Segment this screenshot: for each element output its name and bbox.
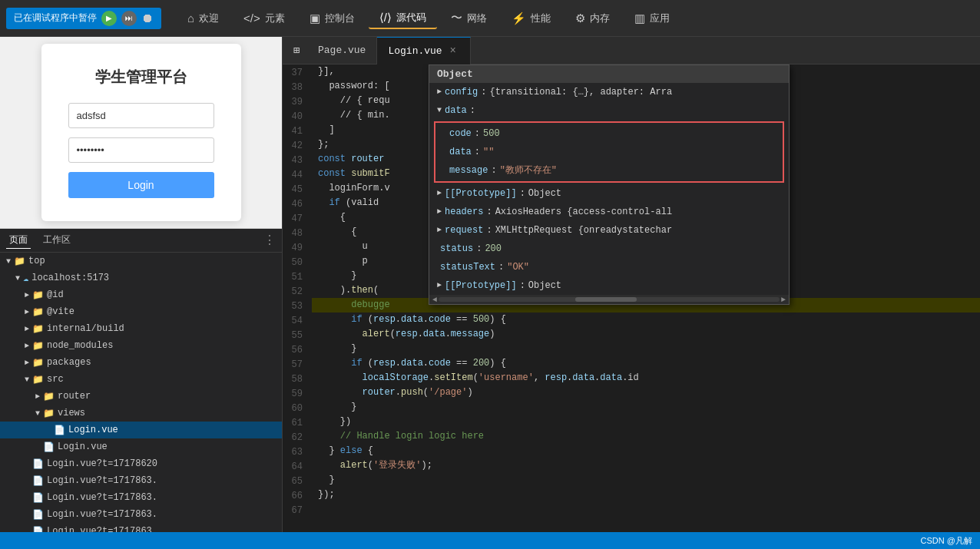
expand-icon[interactable]: ▼ [437, 103, 442, 118]
tooltip-row-headers[interactable]: ► headers : AxiosHeaders {access-control… [429, 203, 789, 221]
console-icon: ▣ [310, 12, 320, 25]
file-tree: ▼ 📁 top ▼ ☁ localhost:5173 ► 📁 @id ► 📁 @… [0, 253, 282, 532]
expand-icon[interactable]: ► [437, 223, 442, 238]
list-item[interactable]: 📄 Login.vue [0, 438, 282, 455]
tree-item-localhost[interactable]: ▼ ☁ localhost:5173 [0, 270, 282, 286]
sources-icon: ⟨/⟩ [379, 11, 392, 25]
tab-page[interactable]: 页面 [6, 232, 31, 249]
tree-item-top[interactable]: ▼ 📁 top [0, 253, 282, 270]
scroll-right-arrow[interactable]: ► [781, 296, 786, 304]
folder-icon: 📁 [32, 323, 44, 335]
tab-memory[interactable]: ⚙ 内存 [564, 8, 621, 28]
login-card: 学生管理平台 Login [41, 44, 241, 221]
folder-icon: 📁 [32, 340, 44, 352]
expand-icon[interactable]: ► [437, 186, 442, 201]
tree-item-login-vue[interactable]: 📄 Login.vue [0, 422, 282, 438]
tab-workspace[interactable]: 工作区 [40, 232, 74, 249]
tab-network-label: 网络 [467, 12, 487, 25]
tab-welcome[interactable]: ⌂ 欢迎 [177, 8, 230, 28]
editor-tabs: ⊞ Page.vue Login.vue × [283, 37, 980, 64]
tab-elements[interactable]: </> 元素 [233, 8, 296, 28]
right-panel: ⊞ Page.vue Login.vue × 37383940414243444… [283, 37, 980, 532]
tab-network[interactable]: 〜 网络 [440, 8, 498, 28]
file-icon: 📄 [32, 492, 44, 504]
scroll-track[interactable] [439, 297, 780, 302]
arrow-icon: ► [22, 342, 32, 350]
tab-console-label: 控制台 [325, 12, 355, 25]
folder-icon: 📁 [32, 357, 44, 369]
main-area: 学生管理平台 Login 页面 工作区 ⋮ ▼ 📁 top ▼ [0, 37, 980, 532]
code-line-64: alert('登录失败'); [312, 458, 980, 473]
step-button[interactable]: ⏭ [121, 11, 137, 26]
expand-icon[interactable]: ► [437, 84, 442, 100]
tab-performance[interactable]: ⚡ 性能 [501, 8, 561, 28]
tree-item-internal[interactable]: ► 📁 internal/build [0, 320, 282, 337]
scroll-thumb[interactable] [575, 297, 637, 302]
tree-item-views[interactable]: ▼ 📁 views [0, 405, 282, 422]
tab-login-vue-label: Login.vue [388, 45, 442, 57]
sidebar-toggle-button[interactable]: ⊞ [286, 40, 307, 61]
code-line-60: } [312, 400, 980, 415]
file-tree-tabs: 页面 工作区 [6, 232, 74, 249]
tree-more-icon[interactable]: ⋮ [263, 233, 276, 248]
list-item[interactable]: 📄 Login.vue?t=1717863. [0, 523, 282, 532]
expand-icon[interactable]: ► [437, 204, 442, 220]
file-icon: 📄 [43, 442, 55, 453]
tab-close-button[interactable]: × [447, 45, 459, 57]
tree-label: top [28, 256, 45, 266]
toolbar-tabs: ⌂ 欢迎 </> 元素 ▣ 控制台 ⟨/⟩ 源代码 〜 网络 ⚡ 性能 ⚙ 内存… [177, 8, 680, 29]
tooltip-row-request[interactable]: ► request : XMLHttpRequest {onreadystate… [429, 221, 789, 240]
login-button[interactable]: Login [68, 172, 214, 198]
record-icon[interactable]: ⏺ [141, 12, 154, 25]
list-item[interactable]: 📄 Login.vue?t=1717863. [0, 472, 282, 489]
folder-icon: 📁 [32, 289, 44, 301]
arrow-icon: ▼ [32, 409, 43, 418]
file-icon: 📄 [54, 425, 65, 436]
tab-console[interactable]: ▣ 控制台 [299, 8, 366, 28]
tree-label: Login.vue?t=1717863. [47, 509, 157, 520]
tooltip-row-proto[interactable]: ► [[Prototype]] : Object [429, 184, 789, 203]
tab-application[interactable]: ▥ 应用 [624, 8, 680, 28]
login-title: 学生管理平台 [68, 67, 214, 88]
tab-login-vue[interactable]: Login.vue × [377, 37, 470, 64]
tab-sources-label: 源代码 [396, 11, 426, 25]
code-line-55: alert(resp.data.message) [312, 327, 980, 342]
tree-label: node_modules [47, 340, 113, 351]
code-line-54: if (resp.data.code == 500) { [312, 313, 980, 327]
tooltip-row-data[interactable]: ▼ data : [429, 101, 789, 120]
tree-label: localhost:5173 [31, 273, 109, 283]
tooltip-row-message: message : "教师不存在" [439, 161, 780, 180]
tooltip-row[interactable]: ► config : {transitional: {…}, adapter: … [429, 83, 789, 101]
tree-item-id[interactable]: ► 📁 @id [0, 286, 282, 303]
code-line-63: } else { [312, 444, 980, 458]
tooltip-row-proto2[interactable]: ► [[Prototype]] : Object [429, 276, 789, 295]
tab-page-vue[interactable]: Page.vue [307, 37, 377, 64]
tree-item-node-modules[interactable]: ► 📁 node_modules [0, 337, 282, 354]
tree-item-packages[interactable]: ► 📁 packages [0, 354, 282, 371]
folder-icon: 📁 [43, 391, 55, 402]
tree-item-router[interactable]: ► 📁 router [0, 388, 282, 405]
tab-elements-label: 元素 [265, 12, 285, 25]
scroll-left-arrow[interactable]: ◄ [432, 296, 437, 304]
tree-label: Login.vue?t=1717863. [47, 475, 157, 486]
password-input[interactable] [68, 137, 214, 163]
home-icon: ⌂ [187, 12, 194, 25]
username-input[interactable] [68, 103, 214, 128]
code-line-65: } [312, 473, 980, 488]
arrow-icon: ▼ [22, 375, 32, 384]
tree-item-vite[interactable]: ► 📁 @vite [0, 303, 282, 320]
list-item[interactable]: 📄 Login.vue?t=1717863. [0, 506, 282, 523]
file-icon: 📄 [32, 458, 44, 470]
arrow-icon: ► [22, 291, 32, 299]
list-item[interactable]: 📄 Login.vue?t=17178620 [0, 455, 282, 472]
tooltip-header: Object [429, 65, 789, 83]
list-item[interactable]: 📄 Login.vue?t=1717863. [0, 489, 282, 506]
tab-sources[interactable]: ⟨/⟩ 源代码 [369, 8, 437, 29]
memory-icon: ⚙ [575, 12, 585, 25]
tab-memory-label: 内存 [590, 12, 610, 25]
tooltip-row-status-text: statusText : "OK" [429, 258, 789, 276]
expand-icon[interactable]: ► [437, 278, 442, 293]
left-panel: 学生管理平台 Login 页面 工作区 ⋮ ▼ 📁 top ▼ [0, 37, 283, 532]
resume-button[interactable]: ▶ [101, 11, 117, 26]
tree-item-src[interactable]: ▼ 📁 src [0, 371, 282, 388]
